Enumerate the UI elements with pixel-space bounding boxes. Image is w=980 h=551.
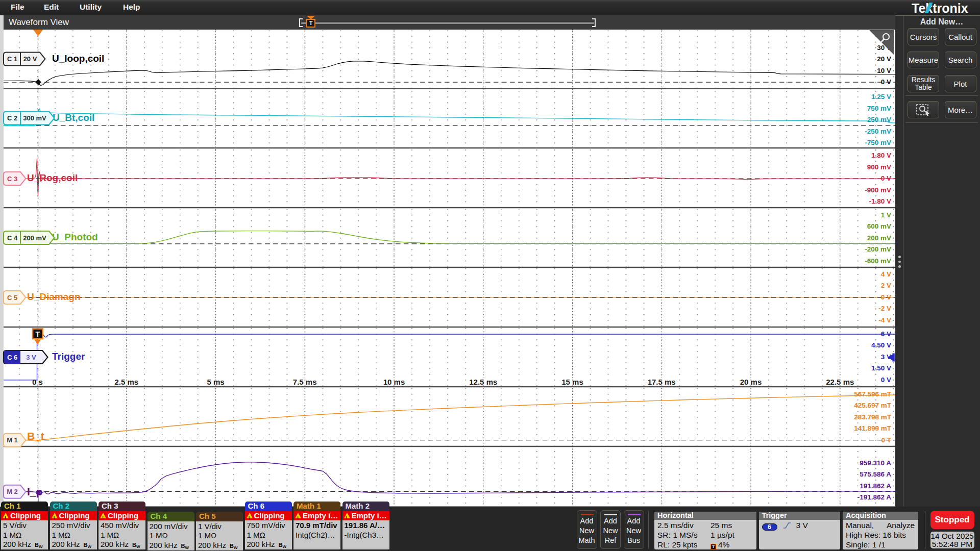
svg-text:C 4: C 4 <box>7 234 18 242</box>
svg-text:20 V: 20 V <box>23 55 37 63</box>
svg-text:C 3: C 3 <box>7 175 17 183</box>
svg-text:C 1: C 1 <box>7 55 17 63</box>
svg-text:300 mV: 300 mV <box>23 114 46 122</box>
svg-text:C 5: C 5 <box>7 294 17 302</box>
svg-text:200 mV: 200 mV <box>23 234 46 242</box>
svg-text:M 1: M 1 <box>7 436 18 444</box>
svg-text:C 6: C 6 <box>7 354 17 361</box>
svg-text:3 V: 3 V <box>26 354 36 361</box>
svg-text:M 2: M 2 <box>7 488 18 495</box>
svg-text:C 2: C 2 <box>7 114 17 122</box>
